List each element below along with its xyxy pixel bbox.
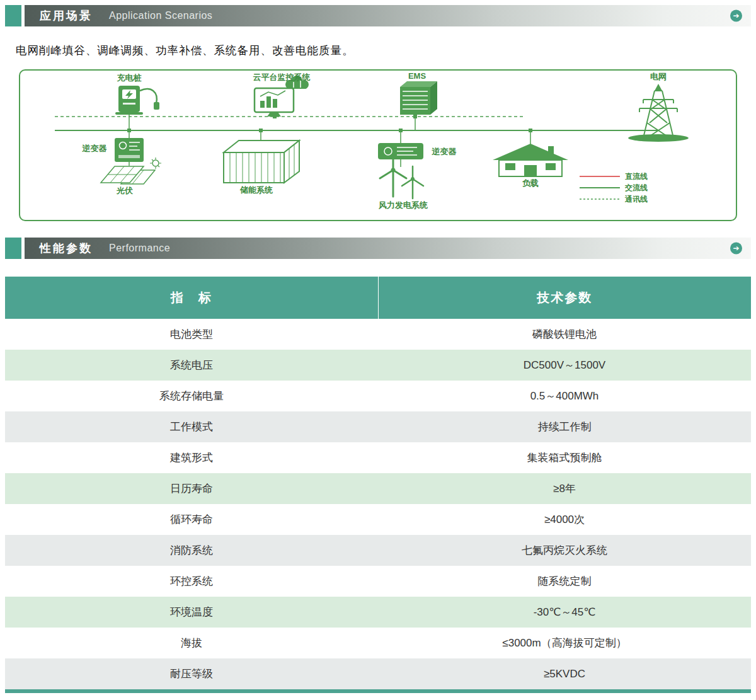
- row-value: ≥5KVDC: [378, 658, 751, 689]
- label-cloud-platform: 云平台监控系统: [253, 72, 311, 82]
- row-label: 消防系统: [5, 535, 378, 566]
- application-diagram: 充电桩 云平台监控系统: [20, 71, 736, 220]
- storage-container-icon: [224, 141, 299, 183]
- row-value: 磷酸铁锂电池: [378, 319, 751, 350]
- table-row: 日历寿命 ≥8年: [5, 473, 751, 504]
- inverter-left-icon: [115, 138, 144, 162]
- row-value: 随系统定制: [378, 566, 751, 597]
- row-label: 工作模式: [5, 411, 378, 442]
- row-value: 持续工作制: [378, 411, 751, 442]
- row-label: 环境温度: [5, 597, 378, 628]
- table-row: 系统电压 DC500V～1500V: [5, 350, 751, 381]
- label-legend-comm: 通讯线: [624, 195, 648, 204]
- row-value: ≥8年: [378, 473, 751, 504]
- table-header-row: 指 标 技术参数: [5, 277, 751, 319]
- row-label: 循环寿命: [5, 504, 378, 535]
- col-header-indicator: 指 标: [5, 277, 378, 319]
- application-summary-text: 电网削峰填谷、调峰调频、功率补偿、系统备用、改善电能质量。: [16, 43, 756, 58]
- row-label: 建筑形式: [5, 442, 378, 473]
- label-grid: 电网: [650, 72, 667, 81]
- inverter-right-icon: [378, 143, 423, 159]
- row-label: 耐压等级: [5, 658, 378, 689]
- row-value: DC500V～1500V: [378, 350, 751, 381]
- table-row: 循环寿命 ≥4000次: [5, 504, 751, 535]
- row-label: 电池类型: [5, 319, 378, 350]
- table-row: 环控系统 随系统定制: [5, 566, 751, 597]
- banner-accent-square: [5, 238, 21, 259]
- junction-nodes: [127, 115, 532, 132]
- label-inverter-left: 逆变器: [82, 144, 108, 153]
- performance-table-wrap: 指 标 技术参数 电池类型 磷酸铁锂电池 系统电压 DC500V～1500V 系…: [5, 277, 751, 693]
- connector-lines: [129, 112, 530, 167]
- section-title-zh: 性能参数: [40, 241, 93, 256]
- section-banner-application: 应用场景 Application Scenarios ➔: [5, 5, 751, 26]
- table-row: 海拔 ≤3000m（高海拔可定制）: [5, 628, 751, 658]
- label-inverter-right: 逆变器: [432, 147, 457, 156]
- section-title-en: Performance: [109, 243, 170, 254]
- arrow-circle-icon[interactable]: ➔: [730, 10, 742, 22]
- banner-bar: 应用场景 Application Scenarios ➔: [25, 5, 751, 26]
- row-label: 日历寿命: [5, 473, 378, 504]
- row-label: 系统存储电量: [5, 381, 378, 411]
- table-row: 消防系统 七氟丙烷灭火系统: [5, 535, 751, 566]
- section-title-zh: 应用场景: [40, 8, 93, 23]
- ems-icon: [400, 81, 437, 115]
- row-label: 海拔: [5, 628, 378, 658]
- label-legend-dc: 直流线: [625, 172, 648, 181]
- section-title-en: Application Scenarios: [109, 10, 212, 21]
- label-load: 负载: [522, 178, 539, 188]
- table-row: 系统存储电量 0.5～400MWh: [5, 381, 751, 411]
- grid-tower-icon: [628, 84, 689, 142]
- row-value: ≤3000m（高海拔可定制）: [378, 628, 751, 658]
- row-label: 系统电压: [5, 350, 378, 381]
- row-label: 环控系统: [5, 566, 378, 597]
- banner-accent-square: [5, 5, 21, 26]
- label-wind-system: 风力发电系统: [378, 200, 428, 210]
- load-house-icon: [493, 144, 568, 176]
- label-pv: 光伏: [116, 186, 134, 195]
- arrow-circle-icon[interactable]: ➔: [730, 243, 742, 255]
- row-value: 0.5～400MWh: [378, 381, 751, 411]
- table-row: 电池类型 磷酸铁锂电池: [5, 319, 751, 350]
- row-value: ≥4000次: [378, 504, 751, 535]
- table-row: 工作模式 持续工作制: [5, 411, 751, 442]
- application-diagram-frame: 充电桩 云平台监控系统: [19, 69, 737, 221]
- row-value: -30℃～45℃: [378, 597, 751, 628]
- wind-turbine-icon: [380, 155, 423, 198]
- table-row: 环境温度 -30℃～45℃: [5, 597, 751, 628]
- charging-pile-icon: [115, 86, 159, 115]
- section-banner-performance: 性能参数 Performance ➔: [5, 238, 751, 259]
- banner-bar: 性能参数 Performance ➔: [25, 238, 751, 259]
- row-value: 七氟丙烷灭火系统: [378, 535, 751, 566]
- label-storage-system: 储能系统: [239, 185, 273, 195]
- col-header-parameter: 技术参数: [378, 277, 751, 319]
- performance-table: 指 标 技术参数 电池类型 磷酸铁锂电池 系统电压 DC500V～1500V 系…: [5, 277, 751, 689]
- label-charging-pile: 充电桩: [117, 73, 142, 83]
- table-row: 耐压等级 ≥5KVDC: [5, 658, 751, 689]
- row-value: 集装箱式预制舱: [378, 442, 751, 473]
- table-row: 建筑形式 集装箱式预制舱: [5, 442, 751, 473]
- label-legend-ac: 交流线: [624, 183, 648, 192]
- label-ems: EMS: [408, 71, 427, 81]
- diagram-legend: 直流线 交流线 通讯线: [580, 172, 648, 204]
